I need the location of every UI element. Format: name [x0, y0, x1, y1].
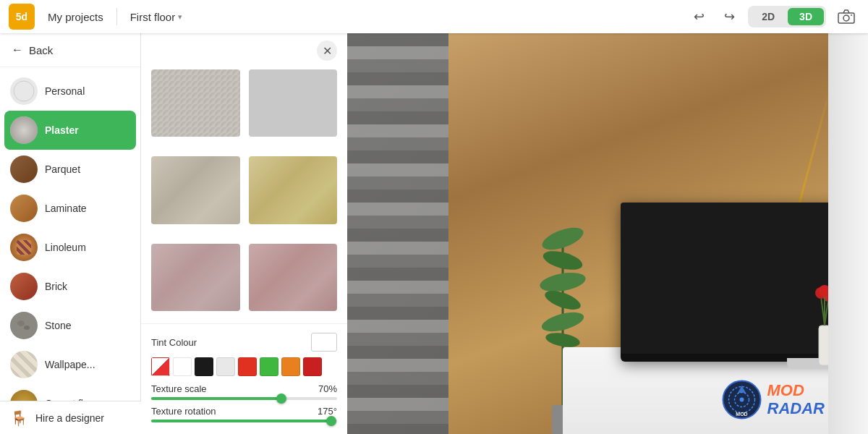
- 3d-mode-button[interactable]: 3D: [788, 8, 824, 25]
- sidebar-item-linoleum[interactable]: Linoleum: [0, 228, 140, 267]
- laminate-icon: [10, 195, 38, 222]
- brick-label: Brick: [45, 281, 67, 292]
- sidebar-item-plaster[interactable]: Plaster: [4, 111, 136, 150]
- watermark-text: MOD RADAR: [767, 382, 825, 417]
- stone-icon: [10, 312, 38, 339]
- tint-colour-label: Tint Colour: [151, 337, 197, 348]
- linoleum-label: Linoleum: [45, 242, 86, 253]
- plaster-icon: [10, 116, 38, 144]
- svg-point-2: [851, 14, 852, 16]
- personal-icon: [10, 77, 38, 105]
- texture-rotation-row: Texture rotation 175°: [151, 406, 337, 422]
- scene-right-shelf: [828, 33, 868, 434]
- colour-swatch-red[interactable]: [238, 357, 257, 376]
- material-swatch-6[interactable]: [247, 242, 339, 312]
- svg-rect-25: [10, 116, 38, 144]
- personal-label: Personal: [45, 85, 85, 97]
- sidebar-item-personal[interactable]: Personal: [0, 72, 140, 111]
- back-label: Back: [29, 44, 53, 56]
- wallpaper-icon: [10, 351, 38, 378]
- parquet-label: Parquet: [45, 163, 80, 175]
- my-projects-link[interactable]: My projects: [42, 8, 109, 26]
- svg-text:MOD: MOD: [736, 412, 747, 417]
- sidebar-item-stone[interactable]: Stone: [0, 306, 140, 345]
- svg-point-26: [11, 312, 37, 339]
- floor-selector[interactable]: First floor: [124, 8, 189, 26]
- laminate-label: Laminate: [45, 203, 87, 214]
- colour-swatch-orange[interactable]: [281, 357, 300, 376]
- texture-rotation-label: Texture rotation: [151, 406, 216, 417]
- sidebar-back-button[interactable]: ← Back: [0, 33, 140, 67]
- material-swatch-1[interactable]: [150, 68, 242, 138]
- close-panel-button[interactable]: ✕: [317, 41, 337, 61]
- 3d-scene[interactable]: MOD MOD RADAR: [346, 33, 868, 434]
- stone-label: Stone: [45, 320, 72, 331]
- watermark: MOD MOD RADAR: [722, 380, 825, 420]
- sidebar-item-wallpaper[interactable]: Wallpape...: [0, 345, 140, 384]
- sidebar-item-parquet[interactable]: Parquet: [0, 150, 140, 189]
- main-area: MOD MOD RADAR ← Back Personal: [0, 33, 868, 434]
- texture-rotation-fill: [151, 420, 331, 422]
- svg-rect-0: [838, 13, 854, 23]
- colour-swatch-green[interactable]: [260, 357, 278, 376]
- svg-point-21: [739, 398, 744, 402]
- texture-scale-row: Texture scale 70%: [151, 383, 337, 400]
- svg-point-1: [843, 15, 849, 21]
- svg-point-28: [24, 326, 30, 330]
- texture-rotation-thumb[interactable]: [326, 416, 336, 426]
- material-swatch-5[interactable]: [150, 242, 242, 312]
- material-controls: Tint Colour Texture scale 70%: [141, 323, 347, 434]
- material-panel: ✕ Tint Colou: [141, 33, 347, 434]
- hire-designer-label: Hire a designer: [35, 412, 104, 424]
- colour-swatch-white[interactable]: [173, 357, 192, 376]
- colour-swatch-black[interactable]: [195, 357, 213, 376]
- texture-rotation-value: 175°: [318, 406, 337, 417]
- sidebar-items-list: Personal Plaster Parquet Laminate: [0, 67, 140, 434]
- wallpaper-label: Wallpape...: [45, 359, 95, 370]
- colour-swatch-diagonal[interactable]: [151, 357, 170, 376]
- texture-rotation-slider[interactable]: [151, 420, 337, 422]
- svg-point-24: [14, 81, 34, 101]
- redo-button[interactable]: ↪: [718, 5, 741, 28]
- colour-swatches: [151, 357, 337, 376]
- 2d-mode-button[interactable]: 2D: [750, 8, 786, 25]
- brick-icon: [10, 273, 38, 300]
- tint-colour-preview[interactable]: [311, 333, 337, 352]
- back-arrow-icon: ←: [12, 43, 23, 56]
- texture-scale-thumb[interactable]: [276, 393, 286, 404]
- texture-scale-slider[interactable]: [151, 397, 337, 400]
- undo-button[interactable]: ↩: [687, 5, 710, 28]
- texture-scale-label: Texture scale: [151, 383, 207, 394]
- material-grid: [141, 68, 347, 323]
- tint-colour-row: Tint Colour: [151, 333, 337, 352]
- watermark-logo: MOD: [722, 380, 762, 420]
- plaster-label: Plaster: [45, 124, 79, 136]
- app-logo: 5d: [9, 4, 35, 30]
- hire-designer-bar[interactable]: 🪑 Hire a designer: [0, 401, 141, 434]
- material-swatch-4[interactable]: [247, 155, 339, 225]
- linoleum-icon: [10, 234, 38, 261]
- topbar: 5d My projects First floor ↩ ↪ 2D 3D: [0, 0, 868, 33]
- material-swatch-2[interactable]: [247, 68, 339, 138]
- material-panel-header: ✕: [141, 33, 347, 68]
- hire-designer-icon: 🪑: [10, 409, 28, 427]
- camera-button[interactable]: [833, 4, 859, 30]
- parquet-icon: [10, 156, 38, 183]
- topbar-divider: [116, 8, 117, 25]
- sidebar-panel: ← Back Personal Plaster P: [0, 33, 141, 434]
- svg-point-27: [17, 320, 25, 326]
- texture-scale-fill: [151, 397, 281, 400]
- colour-swatch-light-gray[interactable]: [216, 357, 235, 376]
- colour-swatch-dark-red[interactable]: [303, 357, 322, 376]
- texture-scale-value: 70%: [318, 383, 337, 394]
- sidebar-item-brick[interactable]: Brick: [0, 267, 140, 306]
- view-mode-toggle: 2D 3D: [748, 6, 826, 27]
- sidebar-item-laminate[interactable]: Laminate: [0, 189, 140, 228]
- material-swatch-3[interactable]: [150, 155, 242, 225]
